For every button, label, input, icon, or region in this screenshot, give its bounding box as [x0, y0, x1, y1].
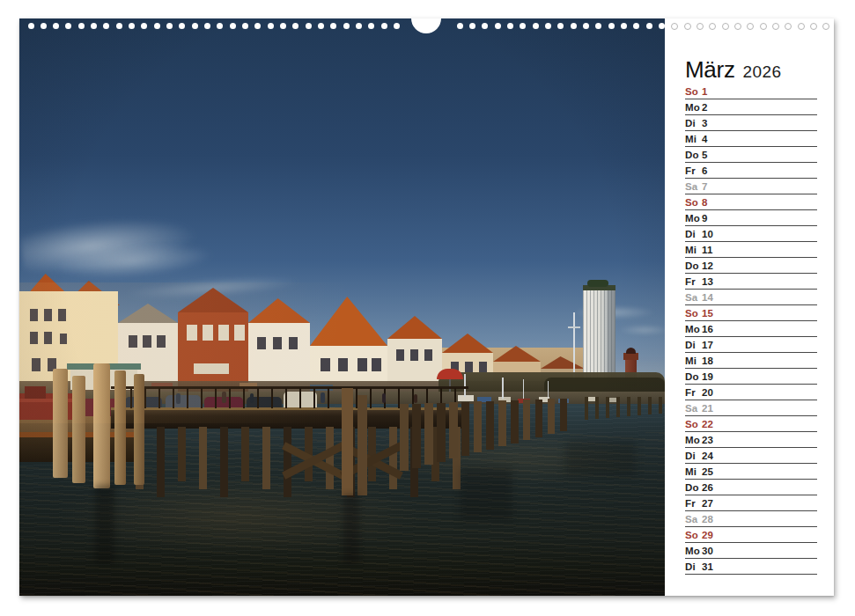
binding-hole	[457, 23, 463, 29]
day-row: Fr20	[685, 385, 817, 400]
binding-hole	[583, 23, 589, 29]
day-abbrev: So	[685, 530, 702, 540]
day-number: 11	[702, 245, 713, 255]
day-row: So1	[685, 84, 817, 99]
day-number: 15	[702, 308, 713, 319]
day-number: 5	[702, 150, 708, 160]
binding-hole	[28, 23, 34, 29]
month-title: März	[685, 57, 735, 82]
day-abbrev: Mi	[685, 356, 702, 366]
day-row: Di17	[685, 337, 817, 353]
day-abbrev: So	[685, 419, 702, 429]
day-row: Di31	[685, 559, 817, 575]
day-number: 26	[702, 482, 713, 493]
day-abbrev: So	[685, 86, 702, 97]
binding-hole	[394, 23, 400, 29]
binding-hole	[747, 23, 754, 30]
binding-hole	[734, 23, 741, 30]
day-row: Fr13	[685, 274, 817, 290]
day-row: Mo9	[685, 210, 817, 226]
binding-hole	[760, 23, 767, 30]
day-number: 17	[702, 340, 713, 350]
day-abbrev: Mo	[685, 324, 702, 334]
day-number: 25	[702, 466, 713, 477]
binding-hole	[520, 23, 526, 29]
day-abbrev: Mo	[685, 546, 702, 556]
binding-hole	[53, 23, 59, 29]
day-row: So22	[685, 416, 817, 432]
day-row: Mo16	[685, 321, 817, 337]
day-row: Do19	[685, 369, 817, 385]
binding-hole	[469, 23, 475, 29]
binding-hole	[659, 23, 665, 29]
day-row: Mi25	[685, 464, 817, 480]
day-abbrev: Do	[685, 260, 702, 271]
binding-hole	[141, 23, 147, 29]
binding-hole	[78, 23, 85, 29]
day-abbrev: Sa	[685, 403, 702, 414]
day-row: Do26	[685, 480, 817, 495]
day-number: 1	[702, 86, 708, 97]
day-number: 30	[702, 546, 713, 556]
day-number: 19	[702, 371, 713, 382]
day-number: 12	[702, 260, 713, 271]
binding-hole	[381, 23, 387, 29]
binding-hole	[356, 23, 362, 29]
binding-hole	[41, 23, 47, 29]
calendar-photo	[19, 18, 665, 596]
binding-hole	[179, 23, 185, 29]
day-row: Mi18	[685, 353, 817, 369]
day-abbrev: Di	[685, 118, 702, 128]
day-abbrev: Mi	[685, 245, 702, 255]
day-abbrev: Do	[685, 482, 702, 493]
binding-hole	[621, 23, 627, 29]
day-abbrev: Di	[685, 229, 702, 239]
binding-hole	[306, 23, 312, 29]
day-row: Mo30	[685, 543, 817, 559]
binding-hole	[204, 23, 210, 29]
binding-hole	[545, 23, 551, 29]
year-label: 2026	[743, 62, 782, 82]
day-number: 13	[702, 276, 713, 287]
binding-hole	[595, 23, 601, 29]
day-row: Sa7	[685, 179, 817, 194]
day-abbrev: Mo	[685, 102, 702, 113]
binding-hole	[192, 23, 198, 29]
binding-hole	[822, 23, 829, 30]
day-abbrev: Do	[685, 371, 702, 382]
day-row: Mo23	[685, 432, 817, 448]
day-row: Mo2	[685, 99, 817, 115]
day-row: Do5	[685, 147, 817, 163]
binding-hole	[810, 23, 817, 30]
day-row: Di10	[685, 226, 817, 242]
binding-hole	[495, 23, 501, 29]
day-number: 8	[702, 197, 708, 208]
day-row: So29	[685, 527, 817, 543]
day-number: 10	[702, 229, 713, 239]
day-number: 23	[702, 435, 713, 445]
binding-hole	[697, 23, 704, 30]
binding-hole	[507, 23, 513, 29]
binding-hole	[330, 23, 336, 29]
binding-hole	[482, 23, 488, 29]
binding-hole	[571, 23, 577, 29]
day-row: Do12	[685, 258, 817, 274]
day-abbrev: Fr	[685, 165, 702, 176]
day-number: 9	[702, 213, 708, 224]
binding-hole	[103, 23, 109, 29]
binding-hole	[268, 23, 274, 29]
day-number: 6	[702, 165, 708, 176]
binding-hole	[254, 23, 261, 29]
binding-hole	[65, 23, 71, 29]
binding-hole	[684, 23, 691, 30]
day-abbrev: Di	[685, 561, 702, 572]
day-abbrev: Mi	[685, 466, 702, 477]
day-abbrev: So	[685, 308, 702, 319]
day-number: 31	[702, 561, 713, 572]
day-number: 3	[702, 118, 708, 128]
binding-hole	[280, 23, 286, 29]
binding-hole	[154, 23, 160, 29]
binding-hole	[129, 23, 135, 29]
day-number: 20	[702, 387, 713, 398]
day-abbrev: Sa	[685, 181, 702, 192]
